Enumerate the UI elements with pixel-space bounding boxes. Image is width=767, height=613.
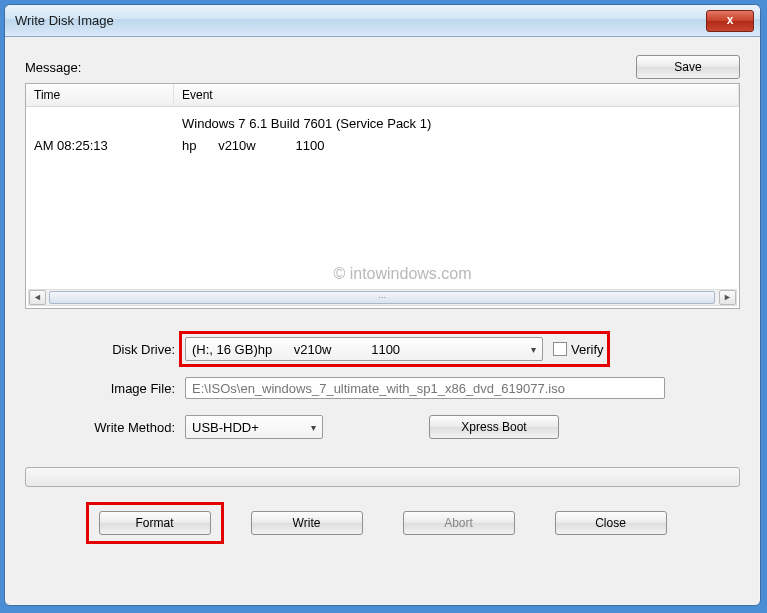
cell-time: AM 08:25:13 [26, 135, 174, 157]
write-method-combo[interactable]: USB-HDD+ [185, 415, 323, 439]
write-method-label: Write Method: [25, 420, 185, 435]
button-row: Format Write Abort Close [25, 511, 740, 535]
column-header-event[interactable]: Event [174, 84, 739, 106]
disk-drive-label: Disk Drive: [25, 342, 185, 357]
disk-drive-row: Disk Drive: (H:, 16 GB)hp v210w 1100 Ver… [25, 337, 740, 361]
client-area: Message: Save Time Event Windows 7 6.1 B… [5, 37, 760, 549]
scroll-track[interactable]: ∙∙∙ [46, 290, 719, 305]
message-listview: Time Event Windows 7 6.1 Build 7601 (Ser… [25, 83, 740, 309]
titlebar: Write Disk Image x [5, 5, 760, 37]
write-disk-image-window: Write Disk Image x Message: Save Time Ev… [4, 4, 761, 606]
image-file-row: Image File: E:\ISOs\en_windows_7_ultimat… [25, 377, 740, 399]
write-method-row: Write Method: USB-HDD+ Xpress Boot [25, 415, 740, 439]
image-file-label: Image File: [25, 381, 185, 396]
cell-event: hp v210w 1100 [174, 135, 739, 157]
column-header-time[interactable]: Time [26, 84, 174, 106]
write-button[interactable]: Write [251, 511, 363, 535]
form-area: Disk Drive: (H:, 16 GB)hp v210w 1100 Ver… [25, 337, 740, 439]
list-row: Windows 7 6.1 Build 7601 (Service Pack 1… [26, 113, 739, 135]
window-close-button[interactable]: x [706, 10, 754, 32]
highlight-disk-drive: (H:, 16 GB)hp v210w 1100 Verify [179, 331, 610, 367]
xpress-boot-button[interactable]: Xpress Boot [429, 415, 559, 439]
scroll-right-icon[interactable]: ► [719, 290, 736, 305]
message-label: Message: [25, 60, 636, 75]
highlight-format: Format [86, 502, 224, 544]
window-title: Write Disk Image [15, 13, 706, 28]
verify-checkbox[interactable] [553, 342, 567, 356]
scroll-left-icon[interactable]: ◄ [29, 290, 46, 305]
verify-label: Verify [571, 342, 604, 357]
close-button[interactable]: Close [555, 511, 667, 535]
abort-button[interactable]: Abort [403, 511, 515, 535]
listview-header: Time Event [26, 84, 739, 107]
scroll-thumb[interactable]: ∙∙∙ [49, 291, 715, 304]
disk-drive-combo[interactable]: (H:, 16 GB)hp v210w 1100 [185, 337, 543, 361]
listview-body: Windows 7 6.1 Build 7601 (Service Pack 1… [26, 107, 739, 163]
list-row: AM 08:25:13 hp v210w 1100 [26, 135, 739, 157]
progress-bar [25, 467, 740, 487]
verify-wrap: Verify [553, 342, 604, 357]
cell-event: Windows 7 6.1 Build 7601 (Service Pack 1… [174, 113, 739, 135]
cell-time [26, 113, 174, 135]
format-button[interactable]: Format [99, 511, 211, 535]
save-button[interactable]: Save [636, 55, 740, 79]
image-file-input[interactable]: E:\ISOs\en_windows_7_ultimate_with_sp1_x… [185, 377, 665, 399]
message-header-row: Message: Save [25, 55, 740, 79]
horizontal-scrollbar[interactable]: ◄ ∙∙∙ ► [28, 289, 737, 306]
